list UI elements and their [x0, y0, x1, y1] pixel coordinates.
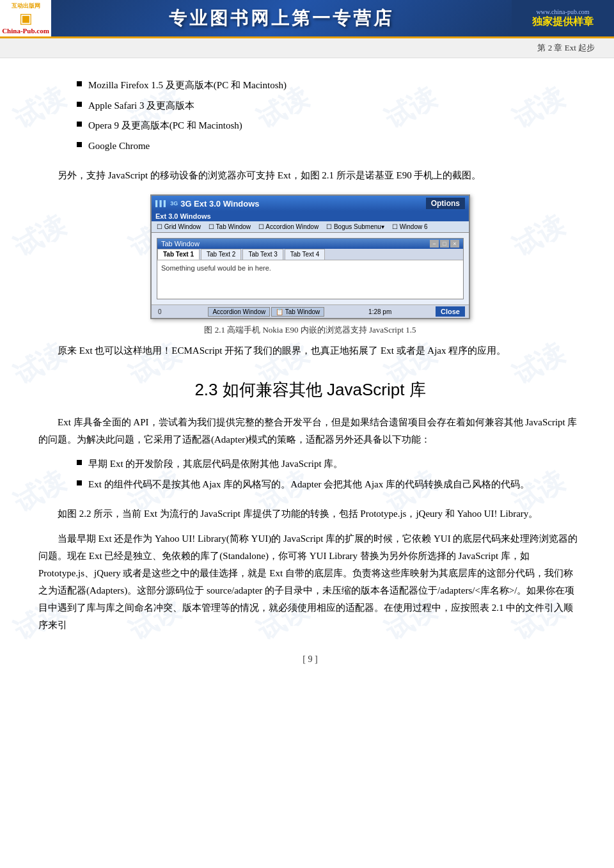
mock-subtitle: Ext 3.0 Windows [152, 211, 469, 221]
bullet-icon [77, 122, 82, 127]
mock-window: Tab Window − □ × Tab Text 1 Tab Text 2 T… [157, 238, 464, 299]
chapter-bar-text: 第 2 章 Ext 起步 [537, 42, 595, 54]
bullet-icon [77, 480, 82, 485]
close-button[interactable]: × [450, 240, 459, 248]
paragraph-4: 如图 2.2 所示，当前 Ext 为流行的 JavaScript 库提供了功能的… [38, 505, 582, 523]
menu-item-grid[interactable]: ☐ Grid Window [154, 223, 203, 231]
list-item-text: Opera 9 及更高版本(PC 和 Macintosh) [88, 118, 242, 134]
figure-2-1: ▌▌▌ 3G 3G Ext 3.0 Windows Options Ext 3.… [144, 194, 476, 336]
mock-window-body: Something useful would be in here. [157, 260, 463, 299]
mock-window-title: Tab Window [161, 240, 200, 248]
window-body-text: Something useful would be in here. [161, 264, 271, 272]
list-item-text: Mozilla Firefox 1.5 及更高版本(PC 和 Macintosh… [88, 77, 287, 94]
bullet-icon [77, 142, 82, 147]
logo-icon: ▣ [19, 10, 33, 27]
list-item: Apple Safari 3 及更高版本 [77, 98, 582, 114]
tab-3[interactable]: Tab Text 3 [242, 249, 283, 260]
mock-content-area: Tab Window − □ × Tab Text 1 Tab Text 2 T… [152, 233, 469, 304]
bullet-list-1: Mozilla Firefox 1.5 及更高版本(PC 和 Macintosh… [77, 77, 582, 154]
paragraph-5: 当最早期 Ext 还是作为 Yahoo UI! Library(简称 YUI)的… [38, 530, 582, 634]
logo-main: China-Pub.com [2, 27, 49, 35]
minimize-button[interactable]: − [430, 240, 439, 248]
list-item: Ext 的组件代码不是按其他 Ajax 库的风格写的。Adapter 会把其他 … [77, 477, 582, 493]
mock-close-button[interactable]: Close [436, 306, 465, 317]
signal-icon: ▌▌▌ [155, 200, 168, 207]
section-heading-2-3: 2.3 如何兼容其他 JavaScript 库 [38, 379, 582, 401]
mock-phone-screen: ▌▌▌ 3G 3G Ext 3.0 Windows Options Ext 3.… [150, 194, 470, 319]
mock-bottom-tabs: Accordion Window 📋 Tab Window [208, 307, 324, 317]
menu-item-bogus[interactable]: ☐ Bogus Submenu▾ [324, 223, 387, 231]
menu-item-window6[interactable]: ☐ Window 6 [390, 223, 430, 231]
chapter-bar: 第 2 章 Ext 起步 [0, 38, 614, 58]
list-item: 早期 Ext 的开发阶段，其底层代码是依附其他 JavaScript 库。 [77, 456, 582, 473]
mock-window-titlebar: Tab Window − □ × [157, 239, 463, 249]
mock-window-controls: − □ × [430, 240, 459, 248]
list-item-text: Ext 的组件代码不是按其他 Ajax 库的风格写的。Adapter 会把其他 … [88, 477, 530, 493]
status-num: 0 [155, 308, 164, 315]
content-wrap: Mozilla Firefox 1.5 及更高版本(PC 和 Macintosh… [38, 77, 582, 671]
mock-title: 3G Ext 3.0 Windows [180, 199, 259, 209]
mock-options[interactable]: Options [426, 198, 465, 209]
header-center: 专业图书网上第一专营店 [51, 0, 512, 36]
list-item: Mozilla Firefox 1.5 及更高版本(PC 和 Macintosh… [77, 77, 582, 94]
tab-4[interactable]: Tab Text 4 [285, 249, 325, 260]
paragraph-3: Ext 库具备全面的 API，尝试着为我们提供完整的整合开发平台，但是如果结合遗… [38, 414, 582, 448]
menu-item-accordion[interactable]: ☐ Accordion Window [256, 223, 321, 231]
list-item-text: 早期 Ext 的开发阶段，其底层代码是依附其他 JavaScript 库。 [88, 456, 343, 473]
header-center-text: 专业图书网上第一专营店 [169, 6, 394, 31]
tab-2[interactable]: Tab Text 2 [201, 249, 241, 260]
list-item-text: Apple Safari 3 及更高版本 [88, 98, 194, 114]
bottom-tab-accordion[interactable]: Accordion Window [208, 307, 270, 317]
mock-time: 1:28 pm [368, 308, 391, 315]
mock-menubar: ☐ Grid Window ☐ Tab Window ☐ Accordion W… [152, 221, 469, 233]
bullet-icon [77, 102, 82, 107]
header: 互动出版网 ▣ China-Pub.com 专业图书网上第一专营店 www.ch… [0, 0, 614, 38]
mock-bottom-bar: 0 Accordion Window 📋 Tab Window 1:28 pm … [152, 304, 469, 318]
page-footer: [ 9 ] [38, 642, 582, 671]
network-label: 3G [170, 200, 178, 207]
restore-button[interactable]: □ [440, 240, 449, 248]
header-slogan: 独家提供样章 [532, 15, 594, 29]
bottom-tab-tab[interactable]: 📋 Tab Window [271, 307, 324, 317]
mock-titlebar: ▌▌▌ 3G 3G Ext 3.0 Windows Options [152, 196, 469, 211]
list-item: Opera 9 及更高版本(PC 和 Macintosh) [77, 118, 582, 134]
tab-1[interactable]: Tab Text 1 [157, 249, 200, 260]
bullet-icon [77, 81, 82, 86]
paragraph-2: 原来 Ext 也可以这样地用！ECMAScript 开拓了我们的眼界，也真正地拓… [38, 342, 582, 359]
logo: 互动出版网 ▣ China-Pub.com [0, 0, 51, 36]
mock-tabs: Tab Text 1 Tab Text 2 Tab Text 3 Tab Tex… [157, 249, 463, 260]
main-content: 试读 试读 试读 试读 试读 试读 试读 试读 试读 试读 试读 试读 试读 试… [0, 58, 614, 690]
figure-caption: 图 2.1 高端手机 Nokia E90 内嵌的浏览器支持 JavaScript… [204, 324, 416, 336]
header-url: www.china-pub.com [536, 8, 589, 15]
mock-titlebar-left: ▌▌▌ 3G 3G Ext 3.0 Windows [155, 199, 260, 209]
list-item: Google Chrome [77, 138, 582, 155]
paragraph-1: 另外，支持 JavaScript 的移动设备的浏览器亦可支持 Ext，如图 2.… [38, 167, 582, 184]
bullet-list-2: 早期 Ext 的开发阶段，其底层代码是依附其他 JavaScript 库。 Ex… [77, 456, 582, 493]
page-number: [ 9 ] [303, 654, 317, 665]
header-right: www.china-pub.com 独家提供样章 [512, 0, 614, 36]
list-item-text: Google Chrome [88, 138, 150, 155]
logo-top: 互动出版网 [12, 2, 40, 10]
bullet-icon [77, 460, 82, 465]
menu-item-tab[interactable]: ☐ Tab Window [206, 223, 253, 231]
